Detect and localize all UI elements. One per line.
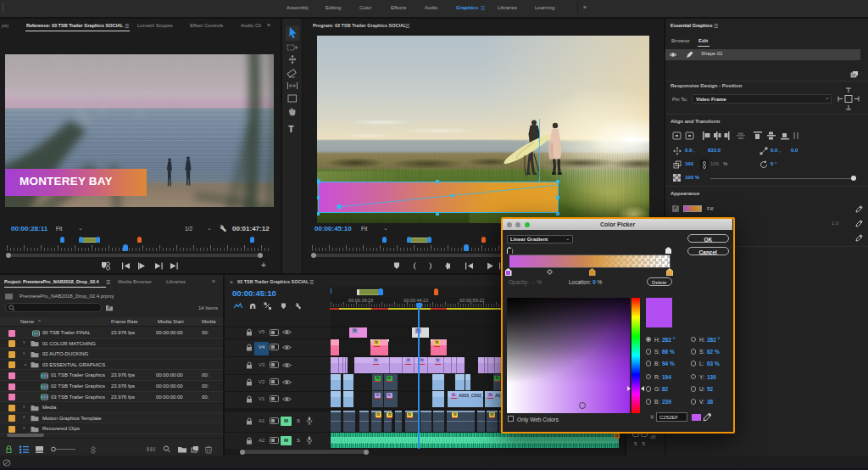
svg-text:T: T [288,124,294,134]
